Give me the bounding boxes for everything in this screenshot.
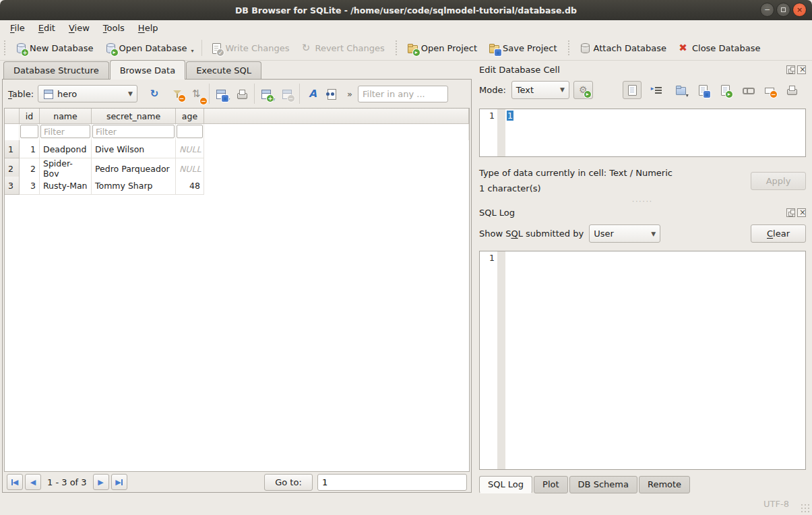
save-project-button[interactable]: ▪ Save Project — [482, 40, 563, 57]
clear-filters-button[interactable]: − — [168, 85, 186, 102]
close-dock-icon[interactable] — [797, 208, 806, 217]
float-dock-icon[interactable] — [786, 65, 795, 74]
cell-editor-value[interactable]: 1 — [507, 111, 513, 121]
find-in-cells-button[interactable] — [323, 85, 340, 102]
mode-select[interactable]: Text ▼ — [511, 81, 569, 99]
cell-name[interactable]: Rusty-Man — [40, 177, 92, 195]
column-header-name[interactable]: name — [40, 109, 92, 124]
table-select[interactable]: hero ▼ — [38, 85, 137, 102]
apply-button: Apply — [751, 172, 806, 190]
new-database-button[interactable]: + New Database — [9, 40, 99, 57]
open-database-button[interactable]: ▸ Open Database ▾ — [99, 40, 199, 57]
filter-input-id[interactable] — [20, 125, 38, 138]
write-changes-button: ✓ Write Changes — [205, 40, 294, 57]
maximize-button[interactable] — [776, 3, 790, 17]
import-data-icon[interactable]: ▾ — [675, 84, 686, 96]
sql-log-editor[interactable]: 1 — [479, 251, 806, 471]
open-database-dropdown-icon[interactable]: ▾ — [191, 48, 193, 54]
goto-button[interactable]: Go to: — [264, 474, 313, 491]
delete-record-button: − — [278, 85, 295, 102]
print-cell-icon[interactable] — [786, 84, 797, 96]
filter-input-secret-name[interactable] — [92, 125, 175, 138]
menu-file[interactable]: File — [4, 22, 31, 34]
filter-any-column-input[interactable] — [358, 86, 448, 102]
previous-page-button[interactable]: ◀ — [25, 474, 41, 490]
titlebar[interactable]: DB Browser for SQLite - /home/user/code/… — [0, 0, 812, 20]
mode-label: Mode: — [479, 85, 506, 95]
column-header-id[interactable]: id — [20, 109, 40, 124]
cell-secret-name[interactable]: Tommy Sharp — [92, 177, 176, 195]
main-toolbar: + New Database ▸ Open Database ▾ ✓ Write… — [0, 36, 812, 61]
float-dock-icon[interactable] — [786, 208, 795, 217]
tab-execute-sql[interactable]: Execute SQL — [186, 61, 261, 80]
open-project-button[interactable]: ▸ Open Project — [401, 40, 482, 57]
filter-input-age[interactable] — [177, 125, 203, 138]
attach-database-icon — [579, 42, 590, 54]
attach-database-button[interactable]: Attach Database — [573, 40, 672, 57]
cell-age[interactable]: 48 — [176, 177, 204, 195]
cell-type-info: Type of data currently in cell: Text / N… — [479, 166, 673, 181]
cell-editor[interactable]: 1 1 — [479, 109, 806, 157]
set-null-icon[interactable]: − — [763, 84, 775, 96]
toolbar-group-attach: Attach Database ✖ Close Database — [567, 36, 770, 60]
cell-id[interactable]: 1 — [20, 140, 40, 158]
tab-remote[interactable]: Remote — [639, 476, 690, 493]
column-header-secret-name[interactable]: secret_name — [92, 109, 176, 124]
cell-secret-name[interactable]: Dive Wilson — [92, 140, 176, 158]
row-header[interactable]: 3 — [5, 177, 20, 195]
menu-edit[interactable]: Edit — [32, 22, 61, 34]
export-data-icon[interactable]: ▪ — [697, 84, 708, 96]
close-button[interactable]: × — [792, 3, 807, 17]
menu-view[interactable]: View — [63, 22, 96, 34]
grid-corner — [5, 109, 20, 124]
word-wrap-icon[interactable] — [652, 84, 664, 96]
tab-db-schema[interactable]: DB Schema — [569, 476, 637, 493]
sql-source-select[interactable]: User ▼ — [589, 224, 660, 243]
cell-age[interactable]: NULL — [176, 140, 204, 158]
close-database-icon: ✖ — [677, 42, 689, 54]
toolbar-overflow-chevron[interactable]: » — [347, 89, 352, 99]
first-page-button[interactable]: ◀ — [7, 474, 23, 490]
dock-splitter[interactable]: ······ — [479, 197, 806, 206]
clear-sorting-button[interactable]: ⇅− — [187, 85, 205, 102]
print-icon — [236, 88, 247, 100]
close-database-button[interactable]: ✖ Close Database — [672, 40, 766, 57]
column-header-age[interactable]: age — [176, 109, 204, 124]
insert-record-icon: + — [260, 88, 272, 100]
insert-record-button[interactable]: +▾ — [259, 85, 276, 102]
open-project-icon: ▸ — [406, 42, 418, 54]
filter-input-name[interactable] — [40, 125, 90, 138]
menu-tools[interactable]: Tools — [97, 22, 131, 34]
open-external-icon[interactable]: ▸ — [719, 84, 730, 96]
text-mode-indicator[interactable] — [623, 81, 642, 99]
table-icon — [42, 88, 54, 100]
tab-sql-log[interactable]: SQL Log — [479, 476, 532, 493]
resize-grip[interactable] — [801, 504, 810, 513]
link-icon[interactable] — [741, 84, 753, 96]
close-dock-icon[interactable] — [797, 65, 806, 74]
menu-help[interactable]: Help — [132, 22, 164, 34]
grid-header-row: id name secret_name age — [5, 109, 469, 124]
right-pane: Edit Database Cell Mode: Text ▼ ⚙▸ ▾ ▪ ▸… — [474, 61, 810, 494]
minimize-button[interactable]: − — [760, 3, 774, 17]
font-settings-button[interactable]: A — [304, 85, 321, 102]
print-table-button[interactable] — [232, 85, 250, 102]
open-database-icon: ▸ — [104, 42, 116, 54]
pagination-bar: ◀ ◀ 1 - 3 of 3 ▶ ▶ Go to: — [3, 472, 471, 492]
tab-plot[interactable]: Plot — [534, 476, 568, 493]
tab-browse-data[interactable]: Browse Data — [110, 60, 186, 80]
cell-name[interactable]: Deadpond — [40, 140, 92, 158]
cell-id[interactable]: 3 — [20, 177, 40, 195]
toolbar-group-database: + New Database ▸ Open Database ▾ ✓ Write… — [3, 36, 394, 60]
last-page-button[interactable]: ▶ — [111, 474, 127, 490]
refresh-button[interactable]: ↻ — [146, 85, 163, 102]
auto-switch-mode-button[interactable]: ⚙▸ — [573, 81, 593, 99]
grid-filter-row — [5, 124, 469, 140]
save-table-button[interactable]: ▪▾ — [214, 85, 231, 102]
tab-database-structure[interactable]: Database Structure — [3, 61, 109, 80]
next-page-button[interactable]: ▶ — [93, 474, 109, 490]
bottom-dock-tabs: SQL Log Plot DB Schema Remote — [479, 470, 806, 494]
row-header[interactable]: 1 — [5, 140, 20, 158]
goto-page-input[interactable] — [317, 474, 467, 491]
clear-log-button[interactable]: Clear — [751, 224, 806, 243]
